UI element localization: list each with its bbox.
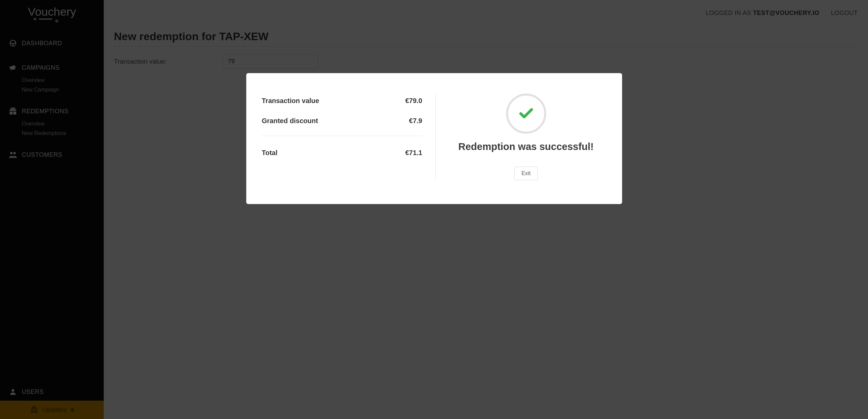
exit-button[interactable]: Exit	[514, 167, 538, 180]
summary-label: Transaction value	[262, 97, 319, 105]
summary-row-total: Total €71.1	[262, 146, 422, 157]
summary-row-transaction: Transaction value €79.0	[262, 94, 422, 114]
summary-label: Total	[262, 149, 278, 157]
summary-row-discount: Granted discount €7.9	[262, 114, 422, 134]
success-check-icon	[506, 94, 546, 134]
redemption-success-modal: Transaction value €79.0 Granted discount…	[246, 73, 622, 204]
modal-summary: Transaction value €79.0 Granted discount…	[262, 94, 436, 180]
summary-value: €7.9	[409, 117, 422, 125]
summary-value: €79.0	[405, 97, 422, 105]
success-title: Redemption was successful!	[458, 141, 594, 152]
summary-label: Granted discount	[262, 117, 318, 125]
modal-overlay[interactable]: Transaction value €79.0 Granted discount…	[0, 0, 868, 419]
modal-status: Redemption was successful! Exit	[436, 94, 606, 180]
summary-value: €71.1	[405, 149, 422, 157]
divider	[262, 136, 422, 136]
